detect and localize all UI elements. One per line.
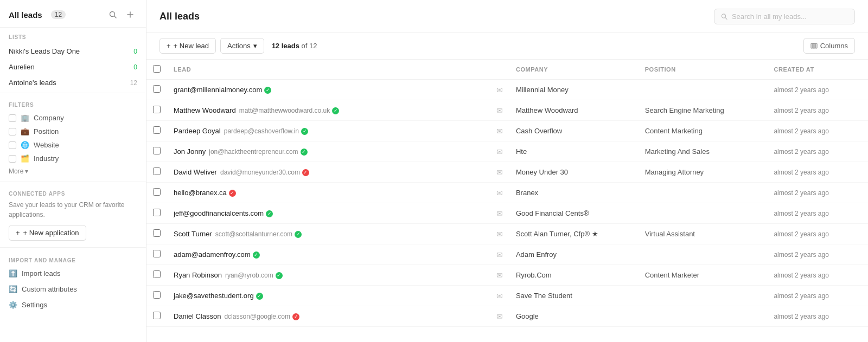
table-row: Scott Turnerscott@scottalanturner.com✓✉S… — [146, 224, 868, 244]
email-icon[interactable]: ✉ — [496, 168, 503, 177]
list-item-nikkis[interactable]: Nikki's Leads Day One 0 — [0, 43, 146, 59]
filter-position[interactable]: 💼 Position — [0, 125, 146, 138]
lead-cell: jeff@goodfinancialcents.com✓ — [167, 203, 490, 224]
created-cell: almost 2 years ago — [767, 224, 868, 244]
filter-company[interactable]: 🏢 Company — [0, 111, 146, 125]
company-cell: Google — [509, 306, 639, 327]
verified-badge: ✓ — [229, 190, 236, 197]
position-checkbox[interactable] — [9, 128, 16, 135]
verified-badge: ✓ — [332, 107, 339, 114]
svg-rect-6 — [811, 43, 813, 48]
email-icon[interactable]: ✉ — [496, 250, 503, 259]
position-cell — [639, 244, 768, 265]
lead-cell: Scott Turnerscott@scottalanturner.com✓ — [167, 224, 490, 244]
lead-cell: jake@savethestudent.org✓ — [167, 286, 490, 306]
row-checkbox[interactable] — [153, 167, 161, 175]
email-icon[interactable]: ✉ — [496, 209, 503, 218]
settings-row[interactable]: ⚙️ Settings — [0, 297, 146, 313]
position-cell — [639, 80, 768, 100]
import-leads-row[interactable]: ⬆️ Import leads — [0, 266, 146, 281]
email-icon[interactable]: ✉ — [496, 86, 503, 94]
position-cell — [639, 183, 768, 203]
company-cell: Cash Overflow — [509, 121, 639, 141]
row-checkbox[interactable] — [153, 126, 161, 134]
leads-count: 12 leads of 12 — [272, 42, 317, 50]
leads-table-container: LEAD COMPANY POSITION CREATED AT grant@m… — [146, 60, 868, 342]
new-application-button[interactable]: + + New application — [9, 225, 86, 241]
row-checkbox[interactable] — [153, 209, 161, 216]
list-item-label: Antoine's leads — [9, 79, 56, 87]
select-all-checkbox[interactable] — [153, 65, 161, 73]
lead-cell: Daniel Classondclasson@google.com✓ — [167, 306, 490, 327]
created-cell: almost 2 years ago — [767, 100, 868, 121]
search-box[interactable] — [714, 9, 855, 24]
position-cell — [639, 286, 768, 306]
new-lead-label: + New lead — [174, 42, 209, 50]
filter-industry[interactable]: 🗂️ Industry — [0, 152, 146, 165]
website-checkbox[interactable] — [9, 141, 16, 149]
email-icon[interactable]: ✉ — [496, 230, 503, 238]
leads-table: LEAD COMPANY POSITION CREATED AT grant@m… — [146, 60, 868, 327]
custom-attributes-row[interactable]: 🔄 Custom attributes — [0, 281, 146, 297]
row-checkbox[interactable] — [153, 106, 161, 113]
row-checkbox[interactable] — [153, 291, 161, 299]
svg-line-1 — [114, 16, 117, 18]
row-checkbox[interactable] — [153, 147, 161, 154]
more-filters-link[interactable]: More ▾ — [0, 165, 146, 179]
import-icon: ⬆️ — [9, 269, 17, 278]
position-cell: Virtual Assistant — [639, 224, 768, 244]
chevron-down-icon: ▾ — [253, 42, 257, 50]
table-row: hello@branex.ca✓✉Branexalmost 2 years ag… — [146, 183, 868, 203]
email-icon[interactable]: ✉ — [496, 292, 503, 300]
lead-name: Jon Jonny — [174, 147, 206, 156]
add-list-btn[interactable] — [123, 8, 137, 22]
filter-website[interactable]: 🌐 Website — [0, 138, 146, 152]
lead-cell: Pardeep Goyalpardeep@cashoverflow.in✓ — [167, 121, 490, 141]
position-cell — [639, 203, 768, 224]
header-position: POSITION — [639, 60, 768, 80]
row-checkbox[interactable] — [153, 312, 161, 319]
columns-button[interactable]: Columns — [803, 38, 855, 54]
list-item-antoines[interactable]: Antoine's leads 12 — [0, 75, 146, 91]
email-icon-cell: ✉ — [490, 183, 509, 203]
list-item-label: Nikki's Leads Day One — [9, 47, 80, 55]
new-lead-button[interactable]: + + New lead — [159, 38, 216, 54]
industry-checkbox[interactable] — [9, 155, 16, 163]
row-checkbox[interactable] — [153, 270, 161, 278]
table-row: Daniel Classondclasson@google.com✓✉Googl… — [146, 306, 868, 327]
actions-button[interactable]: Actions ▾ — [220, 38, 264, 54]
email-icon[interactable]: ✉ — [496, 271, 503, 280]
search-icon-btn[interactable] — [106, 8, 120, 22]
toolbar: + + New lead Actions ▾ 12 leads of 12 Co… — [146, 33, 868, 60]
lead-email: matt@matthewwoodward.co.uk — [239, 107, 330, 114]
row-checkbox[interactable] — [153, 229, 161, 237]
email-icon[interactable]: ✉ — [496, 106, 503, 115]
table-row: Pardeep Goyalpardeep@cashoverflow.in✓✉Ca… — [146, 121, 868, 141]
lead-email: dclasson@google.com — [224, 313, 290, 320]
position-cell: Managing Attorney — [639, 162, 768, 183]
toolbar-left: + + New lead Actions ▾ 12 leads of 12 — [159, 38, 317, 54]
email-icon[interactable]: ✉ — [496, 127, 503, 135]
list-item-aurelien[interactable]: Aurelien 0 — [0, 59, 146, 75]
company-checkbox[interactable] — [9, 114, 16, 122]
briefcase-icon: 💼 — [21, 127, 29, 135]
email-icon[interactable]: ✉ — [496, 189, 503, 197]
gear-icon: ⚙️ — [9, 301, 17, 309]
email-icon-cell: ✉ — [490, 265, 509, 286]
row-checkbox[interactable] — [153, 85, 161, 93]
sidebar-title: All leads — [9, 10, 42, 20]
lead-name: adam@adamenfroy.com — [174, 250, 251, 259]
company-cell: Adam Enfroy — [509, 244, 639, 265]
row-checkbox[interactable] — [153, 250, 161, 257]
created-cell: almost 2 years ago — [767, 121, 868, 141]
email-icon[interactable]: ✉ — [496, 312, 503, 321]
header-company: COMPANY — [509, 60, 639, 80]
custom-attributes-label: Custom attributes — [22, 285, 77, 293]
email-icon-cell: ✉ — [490, 121, 509, 141]
table-row: jake@savethestudent.org✓✉Save The Studen… — [146, 286, 868, 306]
email-icon[interactable]: ✉ — [496, 147, 503, 156]
row-checkbox[interactable] — [153, 188, 161, 196]
company-cell: Hte — [509, 141, 639, 162]
lead-cell: Matthew Woodwardmatt@matthewwoodward.co.… — [167, 100, 490, 121]
search-input[interactable] — [732, 12, 848, 21]
